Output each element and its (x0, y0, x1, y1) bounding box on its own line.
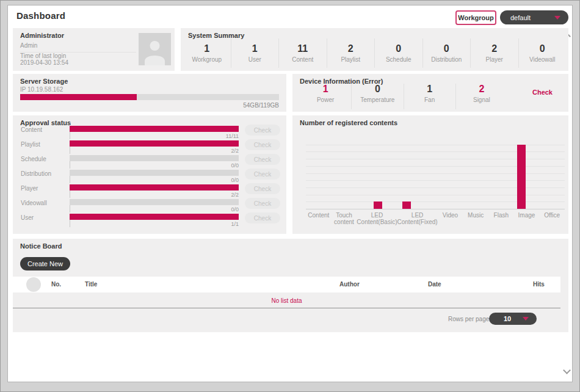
column-header-author: Author (339, 281, 360, 288)
last-login-time: 2019-04-30 13:54 (20, 59, 68, 66)
summary-item-playlist: 2Playlist (327, 38, 375, 68)
storage-progress-fill (20, 94, 137, 100)
summary-item-value: 1 (204, 43, 209, 54)
device-item-temperature: 0Temperature (351, 84, 403, 109)
chart-category-label: LEDContent(Basic) (357, 212, 397, 225)
approval-check-button[interactable]: Check (245, 169, 280, 180)
chart-column (450, 138, 479, 209)
approval-check-button[interactable]: Check (245, 125, 280, 136)
summary-item-value: 2 (348, 43, 353, 54)
approval-progress-value: 11/11 (70, 132, 239, 139)
chevron-down-icon (554, 16, 560, 20)
approval-check-button[interactable]: Check (245, 183, 280, 194)
last-login-label: Time of last login (20, 53, 66, 59)
approval-row-label: Schedule (21, 156, 46, 162)
chevron-down-icon (523, 317, 529, 321)
approval-progress-bar (70, 155, 239, 161)
device-information-items: 1Power0Temperature1Fan2Signal (300, 84, 507, 109)
summary-item-content: 11Content (278, 38, 327, 68)
user-avatar-icon (139, 33, 171, 65)
create-new-button[interactable]: Create New (20, 257, 70, 270)
dashboard-page: Dashboard Workgroup default Administrato… (7, 5, 573, 382)
summary-item-label: Videowall (529, 56, 556, 63)
approval-progress-bar (70, 170, 239, 176)
summary-item-label: Player (486, 56, 503, 63)
summary-item-value: 0 (540, 43, 545, 54)
summary-item-value: 11 (297, 43, 308, 54)
notice-board-title: Notice Board (20, 242, 62, 250)
approval-progress-value: 0/0 (70, 176, 239, 183)
chart-column (335, 138, 363, 209)
server-ip: IP 10.19.58.162 (20, 86, 63, 93)
approval-check-button[interactable]: Check (245, 139, 280, 150)
page-title: Dashboard (16, 10, 65, 21)
summary-item-schedule: 0Schedule (374, 38, 422, 68)
summary-item-label: Workgroup (192, 56, 222, 63)
approval-progress-bar (70, 184, 239, 191)
summary-item-distribution: 0Distribution (422, 38, 471, 68)
chart-category-label: Image (514, 212, 540, 225)
table-separator (13, 308, 560, 308)
approval-check-button[interactable]: Check (245, 212, 280, 223)
device-item-power: 1Power (300, 84, 351, 109)
workgroup-button[interactable]: Workgroup (455, 10, 496, 25)
server-storage-panel: Server Storage IP 10.19.58.162 54GB/119G… (13, 74, 286, 112)
admin-username: Admin (20, 42, 136, 53)
approval-row-label: Content (21, 126, 42, 133)
workgroup-select[interactable]: default (500, 10, 568, 24)
approval-progress-value: 2/2 (70, 191, 239, 198)
summary-item-label: Playlist (341, 56, 360, 63)
chart-category-label: Music (463, 212, 488, 225)
approval-status-panel: Approval status Content11/11CheckPlaylis… (13, 115, 286, 234)
device-item-signal: 2Signal (455, 84, 507, 109)
approval-progress-value: 0/0 (70, 161, 239, 169)
scroll-down-icon[interactable] (563, 366, 571, 374)
chart-column (536, 138, 565, 209)
chart-bar (517, 145, 526, 209)
summary-item-user: 1User (231, 38, 279, 68)
notice-select-circle (26, 277, 41, 292)
column-header-no: No. (51, 281, 61, 288)
device-item-label: Power (317, 96, 334, 103)
chart-column (479, 138, 507, 209)
notice-table-header: No. Title Author Date Hits (13, 277, 560, 292)
chart-bar (402, 201, 411, 209)
summary-item-player: 2Player (470, 38, 518, 68)
chart-category-label: Office (539, 212, 565, 225)
approval-progress-bar (70, 199, 239, 205)
summary-item-value: 0 (444, 43, 449, 54)
approval-row-label: Distribution (21, 170, 51, 177)
approval-row-label: User (21, 214, 34, 221)
chart-category-label: Video (438, 212, 463, 225)
summary-item-label: Distribution (431, 56, 462, 63)
administrator-panel: Administrator Admin Time of last login 2… (13, 28, 175, 71)
chart-bar (374, 201, 382, 209)
workgroup-select-value: default (510, 14, 531, 21)
rows-per-page-value: 10 (504, 315, 511, 322)
registered-contents-chart-panel: Number of registered contents ContentTou… (292, 115, 568, 234)
approval-check-button[interactable]: Check (245, 198, 280, 209)
approval-progress-value: 0/0 (70, 205, 239, 212)
column-header-hits: Hits (533, 281, 545, 288)
chart-column (306, 138, 335, 209)
approval-progress-value: 1/1 (70, 220, 239, 227)
device-item-value: 1 (427, 84, 432, 95)
device-item-label: Temperature (360, 96, 394, 103)
chart-column (363, 138, 392, 209)
chart-category-label: Content (306, 212, 332, 225)
chart-column (392, 138, 421, 209)
chart-column (421, 138, 449, 209)
system-summary-items: 1Workgroup1User11Content2Playlist0Schedu… (183, 38, 566, 68)
chart-plot-area (306, 138, 565, 209)
device-item-label: Signal (473, 96, 490, 103)
device-information-panel: Device Information (Error) 1Power0Temper… (292, 74, 568, 112)
chart-category-label: LEDContent(Fixed) (397, 212, 437, 225)
device-item-value: 1 (323, 84, 328, 95)
device-check-link[interactable]: Check (532, 89, 553, 96)
approval-check-button[interactable]: Check (245, 154, 280, 165)
device-item-value: 0 (375, 84, 380, 95)
rows-per-page-select[interactable]: 10 (489, 313, 537, 325)
approval-progress-value: 2/2 (70, 147, 239, 154)
empty-list-message: No list data (13, 297, 560, 304)
column-header-title: Title (85, 281, 97, 288)
